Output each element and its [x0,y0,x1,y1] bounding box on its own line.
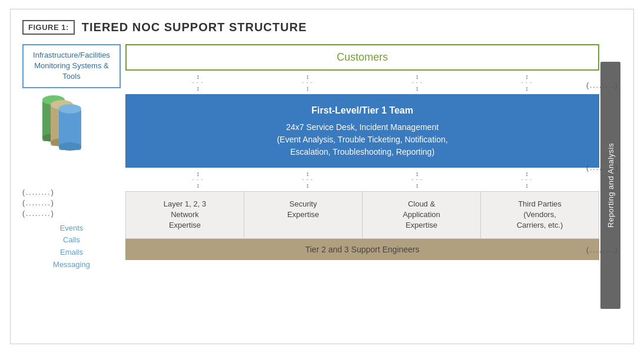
arrows-row-2: ↕ - - - ↕ ↕ - - - ↕ ↕ - - - ↕ ↕ - - - [125,168,599,191]
connector-3: (........) [22,209,121,218]
events-item-messaging: Messaging [22,259,121,271]
expertise-network: Layer 1, 2, 3NetworkExpertise [126,192,244,238]
arrow-8: ↕ - - - ↕ [521,171,532,189]
expertise-cloud: Cloud &ApplicationExpertise [363,192,481,238]
connector-1: (........) [22,188,121,197]
cylinders-area [22,100,121,176]
tier1-title: First-Level/Tier 1 Team [137,104,587,118]
dots-2: (........) [22,199,55,207]
arrow-5: ↕ - - - ↕ [192,171,204,189]
arrow-7: ↕ - - - ↕ [411,171,423,189]
right-dots-1: (........) [586,81,619,89]
figure-title-row: FIGURE 1: TIERED NOC SUPPORT STRUCTURE [22,20,622,35]
arrows-row-1: ↕ - - - ↕ ↕ - - - ↕ ↕ - - - ↕ ↕ - - - [125,71,599,94]
expertise-security: SecurityExpertise [244,192,363,238]
arrow-6: ↕ - - - ↕ [302,171,313,189]
events-item-calls: Calls [22,234,121,247]
cylinders-group [42,100,101,159]
arrow-4: ↕ - - - ↕ [521,74,532,92]
dots-3: (........) [22,209,55,218]
infra-box: Infrastructure/FacilitiesMonitoring Syst… [22,44,121,88]
events-labels: Events Calls Emails Messaging [22,222,121,271]
left-column: Infrastructure/FacilitiesMonitoring Syst… [22,44,125,327]
right-column: (........) (........) (........) Reporti… [599,44,622,327]
tier1-description: 24x7 Service Desk, Incident Management (… [137,121,587,158]
main-layout: Infrastructure/FacilitiesMonitoring Syst… [22,44,622,327]
connector-2: (........) [22,199,121,207]
figure-container: FIGURE 1: TIERED NOC SUPPORT STRUCTURE I… [10,9,634,344]
figure-title: TIERED NOC SUPPORT STRUCTURE [82,21,307,34]
events-item-emails: Emails [22,247,121,259]
tier23-box: Tier 2 and 3 Support Engineers [125,239,599,260]
arrow-1: ↕ - - - ↕ [192,74,204,92]
right-connector-3: (........) [586,246,619,254]
cylinder-blue [59,109,81,150]
arrow-2: ↕ - - - ↕ [302,74,313,92]
dots-connectors-row: (........) (........) (........) [22,188,121,218]
expertise-row: Layer 1, 2, 3NetworkExpertise SecurityEx… [125,191,599,239]
figure-label: FIGURE 1: [22,20,75,35]
arrow-3: ↕ - - - ↕ [411,74,423,92]
reporting-label: Reporting and Analysis [606,143,615,228]
expertise-third-parties: Third Parties(Vendors,Carriers, etc.) [481,192,599,238]
events-item-events: Events [22,222,121,235]
tier1-box: First-Level/Tier 1 Team 24x7 Service Des… [125,94,599,168]
dots-1: (........) [22,188,55,197]
right-connector-1: (........) [586,81,619,89]
customers-box: Customers [125,44,599,71]
right-dots-3: (........) [586,246,619,254]
center-column: Customers ↕ - - - ↕ ↕ - - - ↕ ↕ - - - ↕ [125,44,599,327]
